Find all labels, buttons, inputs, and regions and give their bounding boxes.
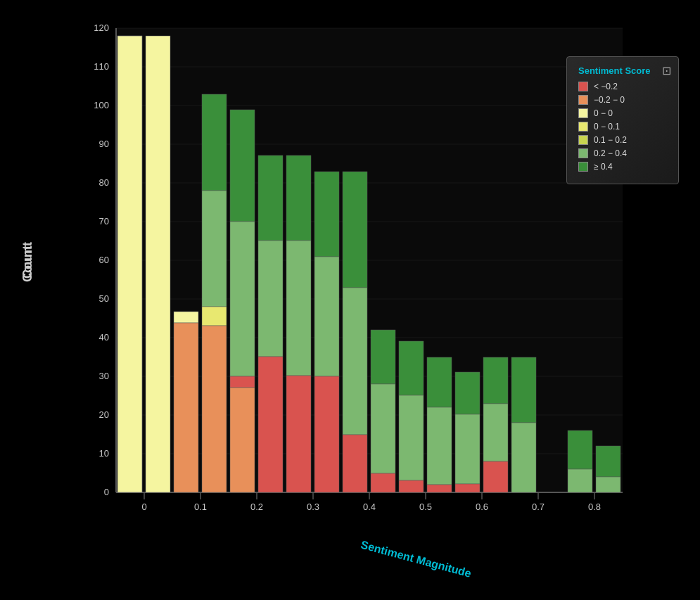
svg-rect-35	[174, 312, 198, 323]
svg-rect-55	[314, 376, 339, 492]
svg-text:20: 20	[99, 409, 109, 420]
legend-label-2: 0 − 0	[594, 108, 613, 118]
legend-label-1: −0.2 − 0	[594, 95, 625, 105]
svg-rect-47	[258, 241, 283, 357]
svg-rect-64	[399, 395, 424, 480]
legend-item-3: 0 − 0.1	[578, 122, 667, 132]
svg-rect-67	[427, 357, 452, 407]
legend-swatch-1	[578, 95, 588, 105]
svg-rect-53	[314, 172, 339, 257]
svg-rect-69	[427, 485, 452, 492]
svg-rect-39	[202, 307, 227, 326]
svg-text:0.8: 0.8	[588, 502, 601, 512]
svg-rect-70	[455, 372, 480, 414]
legend-title: Sentiment Score	[578, 65, 667, 76]
legend-item-1: −0.2 − 0	[578, 95, 667, 105]
legend-item-2: 0 − 0	[578, 108, 667, 118]
legend-swatch-3	[578, 122, 588, 132]
legend-item-5: 0.2 − 0.4	[578, 148, 667, 158]
bar-group-0	[117, 36, 142, 492]
svg-rect-50	[286, 241, 311, 376]
bar-group-005	[174, 312, 198, 492]
legend-label-5: 0.2 − 0.4	[594, 148, 627, 158]
svg-text:0: 0	[141, 502, 146, 512]
svg-rect-36	[174, 323, 198, 492]
svg-text:90: 90	[99, 139, 109, 149]
svg-rect-58	[343, 435, 367, 492]
legend-item-4: 0.1 − 0.2	[578, 135, 667, 145]
legend-swatch-2	[578, 108, 588, 118]
svg-rect-37	[202, 94, 227, 191]
svg-rect-41	[230, 110, 255, 222]
svg-rect-75	[483, 404, 508, 461]
legend-label-0: < −0.2	[594, 82, 618, 91]
svg-rect-30	[117, 36, 142, 492]
svg-text:10: 10	[99, 448, 109, 459]
svg-rect-62	[371, 473, 395, 492]
bar-group-05	[427, 357, 452, 492]
svg-text:50: 50	[99, 293, 109, 304]
bar-group-03	[314, 172, 339, 492]
bar-group-08	[568, 430, 592, 492]
svg-rect-77	[511, 357, 536, 423]
legend-label-6: ≥ 0.4	[594, 162, 613, 172]
bar-group-0b	[146, 36, 170, 492]
svg-rect-40	[202, 326, 227, 492]
svg-rect-76	[483, 461, 508, 492]
svg-rect-78	[511, 423, 536, 492]
bar-group-085	[596, 446, 621, 492]
legend-label-4: 0.1 − 0.2	[594, 135, 627, 145]
svg-rect-46	[258, 155, 283, 241]
legend-swatch-0	[578, 82, 588, 91]
bar-group-065	[511, 357, 536, 492]
bar-group-04	[371, 330, 395, 492]
svg-text:0.2: 0.2	[250, 502, 263, 512]
legend-label-3: 0 − 0.1	[594, 122, 620, 132]
legend-item-6: ≥ 0.4	[578, 162, 667, 172]
legend-swatch-4	[578, 135, 588, 145]
svg-rect-61	[371, 384, 395, 473]
svg-rect-74	[483, 357, 508, 404]
svg-text:30: 30	[99, 371, 109, 381]
svg-rect-81	[568, 469, 592, 492]
svg-rect-57	[343, 288, 367, 435]
bar-group-06	[483, 357, 508, 492]
svg-rect-63	[399, 341, 424, 395]
svg-text:110: 110	[94, 61, 109, 72]
legend-item-0: < −0.2	[578, 82, 667, 91]
svg-text:0.6: 0.6	[476, 502, 488, 512]
bar-group-055	[455, 372, 480, 492]
legend-swatch-6	[578, 162, 588, 172]
svg-text:100: 100	[94, 100, 109, 110]
svg-text:0.1: 0.1	[194, 502, 207, 512]
bar-group-015	[230, 110, 255, 492]
svg-rect-56	[343, 172, 367, 288]
svg-text:0.5: 0.5	[419, 502, 432, 512]
svg-rect-43	[230, 376, 255, 388]
legend-box: ⊡ Sentiment Score < −0.2 −0.2 − 0 0 − 0 …	[566, 56, 679, 184]
y-axis-label: Count	[20, 245, 34, 282]
svg-rect-82	[596, 446, 621, 477]
svg-rect-49	[286, 155, 311, 241]
svg-rect-71	[455, 414, 480, 484]
filter-icon[interactable]: ⊡	[662, 64, 671, 77]
bar-group-035	[343, 172, 367, 492]
bar-group-02	[258, 155, 283, 492]
svg-rect-51	[286, 376, 311, 492]
svg-text:120: 120	[94, 23, 109, 33]
bar-group-025	[286, 155, 311, 492]
legend-swatch-5	[578, 148, 588, 158]
svg-rect-60	[371, 330, 395, 384]
bar-group-045	[399, 341, 424, 492]
svg-rect-33	[146, 36, 170, 492]
svg-rect-80	[568, 430, 592, 469]
svg-text:70: 70	[99, 216, 109, 226]
svg-rect-65	[399, 480, 424, 492]
svg-text:80: 80	[99, 177, 109, 188]
svg-rect-38	[202, 191, 227, 307]
svg-rect-68	[427, 407, 452, 485]
bar-group-01	[202, 94, 227, 492]
svg-text:0: 0	[104, 487, 109, 497]
svg-rect-72	[455, 484, 480, 492]
svg-rect-48	[258, 357, 283, 492]
